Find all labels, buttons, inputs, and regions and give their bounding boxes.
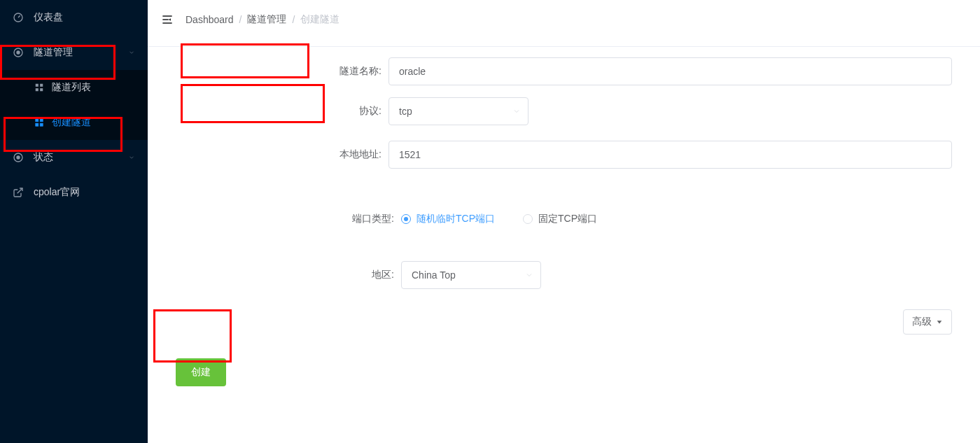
chevron-down-icon — [525, 271, 533, 279]
sidebar-submenu-tunnel: 隧道列表 创建隧道 — [0, 70, 148, 140]
local-addr-input[interactable] — [388, 141, 952, 169]
tunnel-name-label: 隧道名称: — [148, 65, 388, 78]
radio-label: 随机临时TCP端口 — [416, 213, 495, 225]
status-icon — [13, 152, 24, 163]
svg-rect-6 — [40, 88, 43, 91]
protocol-select-value: tcp — [399, 106, 412, 117]
radio-dot-icon — [523, 214, 533, 224]
svg-point-2 — [17, 51, 20, 54]
breadcrumb-current: 创建隧道 — [300, 13, 340, 26]
svg-rect-4 — [40, 84, 43, 87]
svg-rect-7 — [36, 119, 38, 122]
protocol-select[interactable]: tcp — [388, 97, 528, 125]
sidebar-item-label: 创建隧道 — [52, 116, 135, 129]
external-link-icon — [13, 187, 24, 198]
advanced-button[interactable]: 高级 — [903, 309, 952, 335]
sidebar-item-tunnel[interactable]: 隧道管理 — [0, 35, 148, 70]
svg-rect-10 — [40, 123, 43, 126]
sidebar-item-label: 仪表盘 — [34, 11, 135, 24]
menu-toggle-button[interactable] — [158, 10, 177, 29]
create-icon — [34, 117, 45, 128]
tunnel-name-input[interactable] — [388, 57, 952, 85]
chevron-up-icon — [128, 49, 135, 56]
advanced-button-label: 高级 — [912, 316, 932, 328]
port-type-fixed-radio[interactable]: 固定TCP端口 — [523, 213, 597, 225]
svg-marker-17 — [937, 321, 942, 323]
form: 隧道名称: 协议: tcp 本地地址: — [148, 39, 980, 386]
sidebar-item-label: 隧道管理 — [34, 46, 128, 59]
local-addr-label: 本地地址: — [148, 148, 388, 161]
region-label: 地区: — [148, 269, 401, 281]
port-type-radio-group: 随机临时TCP端口 固定TCP端口 — [401, 213, 952, 225]
breadcrumb-link[interactable]: 隧道管理 — [247, 13, 286, 26]
breadcrumb-link[interactable]: Dashboard — [186, 14, 234, 25]
dashboard-icon — [13, 12, 24, 23]
main-content: Dashboard / 隧道管理 / 创建隧道 隧道名称: 协议: tcp — [148, 0, 980, 443]
topbar: Dashboard / 隧道管理 / 创建隧道 — [148, 0, 980, 39]
sidebar: 仪表盘 隧道管理 隧道列表 创建隧道 — [0, 0, 148, 443]
chevron-down-icon — [512, 107, 521, 115]
tunnel-icon — [13, 47, 24, 58]
create-button[interactable]: 创建 — [176, 358, 226, 386]
sidebar-item-cpolar[interactable]: cpolar官网 — [0, 175, 148, 210]
sidebar-item-dashboard[interactable]: 仪表盘 — [0, 0, 148, 35]
svg-rect-9 — [36, 123, 38, 126]
svg-rect-8 — [40, 119, 43, 122]
chevron-down-icon — [128, 154, 135, 161]
svg-line-13 — [18, 188, 22, 193]
sidebar-item-tunnel-list[interactable]: 隧道列表 — [0, 70, 148, 105]
protocol-label: 协议: — [148, 105, 388, 118]
svg-rect-5 — [36, 88, 38, 91]
sidebar-item-status[interactable]: 状态 — [0, 140, 148, 175]
sidebar-item-label: cpolar官网 — [34, 186, 135, 199]
breadcrumb: Dashboard / 隧道管理 / 创建隧道 — [186, 13, 340, 26]
svg-rect-3 — [36, 84, 38, 87]
region-select[interactable]: China Top — [401, 261, 541, 289]
radio-label: 固定TCP端口 — [538, 213, 597, 225]
sidebar-item-label: 隧道列表 — [52, 81, 135, 94]
caret-down-icon — [936, 318, 943, 325]
breadcrumb-sep: / — [239, 14, 242, 25]
port-type-random-radio[interactable]: 随机临时TCP端口 — [401, 213, 495, 225]
breadcrumb-sep: / — [292, 14, 295, 25]
radio-dot-icon — [401, 214, 411, 224]
list-icon — [34, 82, 45, 93]
create-button-label: 创建 — [191, 366, 211, 377]
sidebar-item-label: 状态 — [34, 151, 128, 164]
svg-point-12 — [17, 156, 20, 159]
port-type-label: 端口类型: — [148, 213, 401, 225]
sidebar-item-tunnel-create[interactable]: 创建隧道 — [0, 105, 148, 140]
region-select-value: China Top — [412, 269, 456, 281]
